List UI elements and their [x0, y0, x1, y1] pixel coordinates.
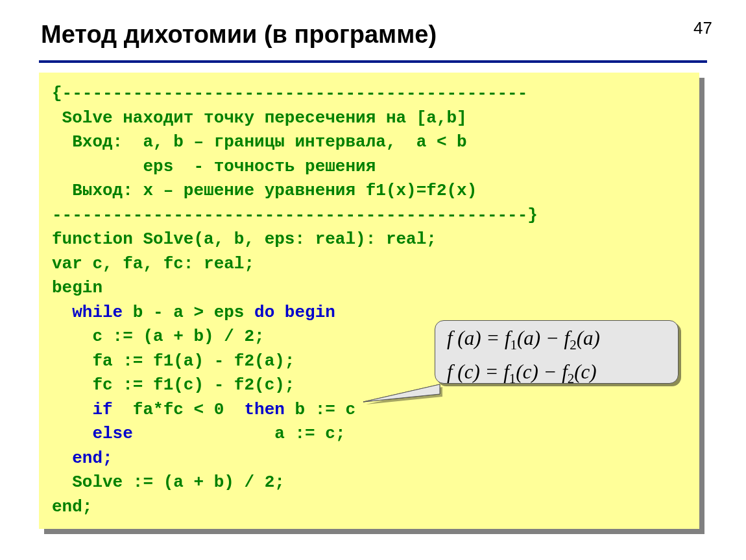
- formula-text: (a): [577, 327, 600, 349]
- page-number: 47: [693, 18, 712, 38]
- keyword-do-begin: do begin: [254, 303, 335, 322]
- keyword-then: then: [244, 400, 284, 419]
- code-line: Solve := (a + b) / 2;: [52, 472, 285, 492]
- formula-sub: 1: [509, 371, 516, 386]
- code-text: fa*fc < 0: [113, 400, 245, 419]
- code-line: fa := f1(a) - f2(a);: [52, 351, 295, 371]
- code-text: a := c;: [133, 424, 346, 443]
- keyword-while: while: [52, 303, 123, 322]
- comment-line: ----------------------------------------…: [52, 205, 538, 225]
- formula-text: (a) − f: [517, 327, 570, 349]
- code-line: c := (a + b) / 2;: [52, 327, 265, 346]
- comment-line: Вход: a, b – границы интервала, a < b: [52, 132, 467, 152]
- code-text: b - a > eps: [123, 303, 254, 322]
- formula-sub: 2: [568, 371, 575, 386]
- formula-callout: f (a) = f1(a) − f2(a) f (c) = f1(c) − f2…: [435, 320, 679, 384]
- title-rule: [39, 60, 707, 63]
- formula-text: (c): [574, 360, 596, 383]
- formula-line-1: f (a) = f1(a) − f2(a): [447, 325, 666, 358]
- formula-text: f (c) = f: [447, 360, 509, 383]
- code-line: var c, fa, fc: real;: [52, 254, 254, 274]
- code-listing: {---------------------------------------…: [52, 82, 686, 519]
- page-title: Метод дихотомии (в программе): [41, 21, 437, 49]
- formula-text: (c) − f: [516, 360, 567, 383]
- formula-line-2: f (c) = f1(c) − f2(c): [447, 358, 666, 392]
- comment-line: Solve находит точку пересечения на [a,b]: [52, 108, 467, 128]
- code-text: b := c: [285, 400, 355, 419]
- keyword-end: end;: [52, 449, 113, 468]
- code-line: function Solve(a, b, eps: real): real;: [52, 229, 437, 249]
- keyword-if: if: [52, 400, 113, 419]
- code-line: fc := f1(c) - f2(c);: [52, 375, 295, 395]
- keyword-else: else: [52, 424, 133, 443]
- comment-line: Выход: x – решение уравнения f1(x)=f2(x): [52, 181, 477, 200]
- formula-sub: 1: [511, 337, 518, 353]
- comment-line: eps - точность решения: [52, 157, 376, 176]
- code-box: {---------------------------------------…: [39, 73, 699, 529]
- comment-line: {---------------------------------------…: [52, 84, 527, 103]
- formula-text: f (a) = f: [447, 327, 511, 349]
- code-line: begin: [52, 278, 102, 298]
- code-line: end;: [52, 497, 92, 517]
- formula-sub: 2: [570, 337, 577, 353]
